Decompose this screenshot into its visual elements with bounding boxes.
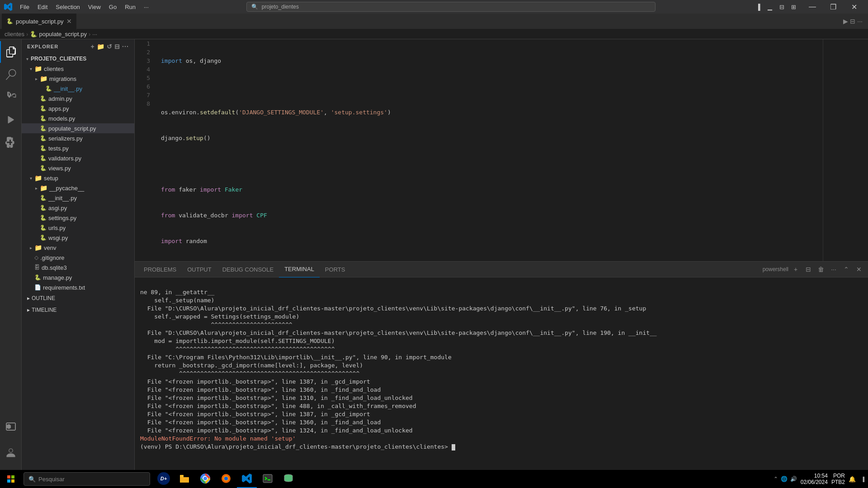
tab-output[interactable]: OUTPUT: [182, 262, 217, 277]
taskbar-app-db[interactable]: [278, 470, 298, 488]
maximize-button[interactable]: ❐: [823, 0, 844, 14]
tree-file-settings[interactable]: 🐍 settings.py: [22, 213, 134, 223]
taskbar-search[interactable]: 🔍 Pesquisar: [24, 472, 150, 486]
minimize-button[interactable]: —: [802, 0, 823, 14]
tab-close-button[interactable]: ✕: [66, 18, 72, 25]
tree-folder-migrations[interactable]: ▸ 📁 migrations: [22, 74, 134, 84]
run-button[interactable]: ▶: [843, 18, 848, 25]
timeline-header[interactable]: ▸ TIMELINE: [27, 306, 129, 314]
tab-ports[interactable]: PORTS: [320, 262, 351, 277]
tab-debug-console[interactable]: DEBUG CONSOLE: [217, 262, 279, 277]
activity-explorer[interactable]: [0, 41, 22, 63]
tree-file-manage[interactable]: 🐍 manage.py: [22, 272, 134, 282]
lang-area[interactable]: POR PTB2: [831, 473, 845, 485]
tree-file-admin[interactable]: 🐍 admin.py: [22, 94, 134, 103]
tree-project-root[interactable]: ▾ PROJETO_CLIENTES: [22, 54, 134, 64]
tab-terminal[interactable]: TERMINAL: [279, 262, 320, 277]
sidebar-toggle-icon[interactable]: ▐: [753, 2, 763, 12]
tree-file-db[interactable]: 🗄 db.sqlite3: [22, 263, 134, 272]
activity-extensions[interactable]: [0, 131, 22, 153]
tree-file-models[interactable]: 🐍 models.py: [22, 113, 134, 123]
split-view-button[interactable]: ⊟: [850, 18, 855, 25]
terminal-content[interactable]: ne 89, in __getattr__ self._setup(name) …: [135, 277, 868, 478]
menu-file[interactable]: File: [16, 3, 33, 11]
tree-file-wsgi[interactable]: 🐍 wsgi.py: [22, 233, 134, 243]
breadcrumb-more[interactable]: ···: [92, 31, 97, 38]
kill-terminal-icon[interactable]: 🗑: [816, 264, 826, 275]
menu-view[interactable]: View: [85, 3, 104, 11]
tree-file-views[interactable]: 🐍 views.py: [22, 163, 134, 173]
search-icon: 🔍: [251, 4, 258, 10]
outline-header[interactable]: ▸ OUTLINE: [27, 294, 129, 302]
more-sidebar-icon[interactable]: ···: [122, 43, 129, 50]
tree-folder-venv[interactable]: ▸ 📁 venv: [22, 243, 134, 253]
tree-file-tests[interactable]: 🐍 tests.py: [22, 143, 134, 153]
refresh-icon[interactable]: ↺: [107, 43, 113, 50]
timeline-section: ▸ TIMELINE: [22, 304, 134, 316]
tree-file-requirements[interactable]: 📄 requirements.txt: [22, 282, 134, 292]
clock-area[interactable]: 10:54 02/06/2024: [801, 473, 828, 485]
panel-maximize-icon[interactable]: ⌃: [841, 264, 852, 275]
taskbar-app-firefox[interactable]: [216, 470, 236, 488]
code-editor[interactable]: 1 2 3 4 5 6 7 8 import os, django os.env…: [135, 39, 868, 261]
tree-folder-pycache[interactable]: ▸ 📁 __pycache__: [22, 183, 134, 193]
new-folder-icon[interactable]: 📁: [97, 43, 105, 50]
tray-icon-up[interactable]: ⌃: [774, 476, 778, 482]
tree-file-populate[interactable]: 🐍 populate_script.py: [22, 123, 134, 133]
folder-venv-label: venv: [44, 244, 56, 251]
close-button[interactable]: ✕: [844, 0, 864, 14]
taskbar-app-terminal[interactable]: [258, 470, 278, 488]
taskbar-date: 02/06/2024: [801, 479, 828, 485]
activity-test[interactable]: [0, 416, 22, 437]
activity-account[interactable]: [0, 442, 22, 464]
tree-folder-clientes[interactable]: ▾ 📁 clientes: [22, 64, 134, 74]
search-bar[interactable]: 🔍 projeto_dientes: [246, 2, 656, 12]
menu-selection[interactable]: Selection: [52, 3, 83, 11]
activity-run[interactable]: [0, 109, 22, 131]
menu-go[interactable]: Go: [105, 3, 120, 11]
term-line-1: ne 89, in __getattr__: [140, 289, 214, 296]
tree-file-init-migrations[interactable]: 🐍 __init__.py: [22, 84, 134, 94]
file-views-label: views.py: [48, 165, 71, 172]
start-button[interactable]: [0, 470, 22, 488]
tab-populate-script[interactable]: 🐍 populate_script.py ✕: [2, 14, 77, 29]
tree-folder-setup[interactable]: ▾ 📁 setup: [22, 173, 134, 183]
breadcrumb-file[interactable]: populate_script.py: [39, 31, 87, 38]
collapse-icon[interactable]: ⊟: [114, 43, 120, 50]
tray-speaker-icon[interactable]: 🔊: [790, 476, 797, 482]
tree-file-apps[interactable]: 🐍 apps.py: [22, 103, 134, 113]
breadcrumb-folder[interactable]: clientes: [5, 31, 24, 38]
activity-search[interactable]: [0, 64, 22, 85]
menu-more[interactable]: ···: [140, 3, 152, 11]
tree-file-urls[interactable]: 🐍 urls.py: [22, 223, 134, 233]
code-line-7: from validate_docbr import CPF: [161, 211, 819, 220]
tree-file-init-setup[interactable]: 🐍 __init__.py: [22, 193, 134, 203]
layout-icon[interactable]: ⊞: [788, 2, 798, 12]
tree-file-gitignore[interactable]: ◇ .gitignore: [22, 253, 134, 263]
panel-toggle-icon[interactable]: ▁: [765, 2, 775, 12]
taskbar-app-disney[interactable]: D+: [154, 470, 174, 488]
tab-problems[interactable]: PROBLEMS: [138, 262, 182, 277]
taskbar-app-explorer[interactable]: [175, 470, 194, 488]
tree-file-validators[interactable]: 🐍 validators.py: [22, 153, 134, 163]
split-editor-icon[interactable]: ⊟: [777, 2, 787, 12]
show-desktop-icon[interactable]: ▐: [861, 477, 864, 482]
notification-bell-icon[interactable]: 🔔: [849, 476, 856, 483]
menu-edit[interactable]: Edit: [34, 3, 51, 11]
tray-network-icon[interactable]: 🌐: [781, 476, 788, 482]
taskbar-app-vscode[interactable]: [237, 470, 257, 488]
term-line-12: File "<frozen importlib._bootstrap>", li…: [140, 378, 370, 385]
activity-git[interactable]: [0, 86, 22, 108]
breadcrumb-sep1: ›: [26, 31, 28, 38]
split-terminal-icon[interactable]: ⊟: [803, 264, 814, 275]
new-file-icon[interactable]: +: [90, 43, 94, 50]
panel-close-icon[interactable]: ✕: [854, 264, 864, 275]
more-actions-button[interactable]: ···: [857, 18, 863, 25]
tree-file-serializers[interactable]: 🐍 serializers.py: [22, 133, 134, 143]
menu-run[interactable]: Run: [121, 3, 139, 11]
code-content[interactable]: import os, django os.environ.setdefault(…: [157, 39, 823, 261]
new-terminal-icon[interactable]: +: [790, 264, 801, 275]
panel-more-icon[interactable]: ···: [828, 264, 839, 275]
tree-file-asgi[interactable]: 🐍 asgi.py: [22, 203, 134, 213]
taskbar-app-chrome[interactable]: [195, 470, 215, 488]
